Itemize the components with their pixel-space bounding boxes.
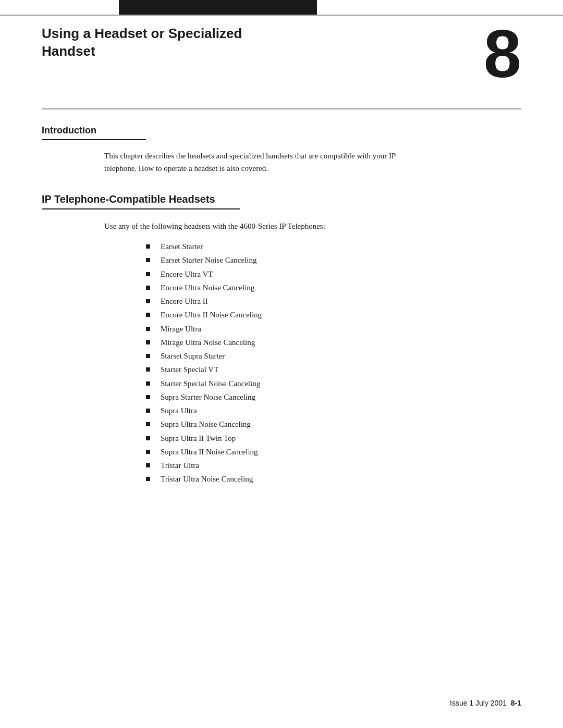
list-item: Encore Ultra Noise Canceling	[146, 281, 521, 294]
list-item: Mirage Ultra	[146, 322, 521, 336]
chapter-number: 8	[484, 20, 521, 88]
list-item: Supra Ultra II Noise Canceling	[146, 445, 521, 459]
list-item: Encore Ultra II	[146, 294, 521, 308]
list-item-text: Encore Ultra VT	[161, 267, 213, 281]
list-item-text: Encore Ultra II	[161, 294, 208, 308]
list-item: Supra Ultra II Twin Top	[146, 431, 521, 445]
bullet-icon	[146, 286, 150, 290]
list-item-text: Encore Ultra Noise Canceling	[161, 281, 254, 294]
bullet-icon	[146, 327, 150, 331]
list-item-text: Earset Starter Noise Canceling	[161, 253, 257, 267]
top-black-bar	[119, 0, 317, 15]
footer-issue-text: Issue 1 July 2001	[450, 699, 507, 707]
bullet-icon	[146, 477, 150, 481]
list-item-text: Earset Starter	[161, 240, 203, 253]
bullet-icon	[146, 354, 150, 358]
bullet-icon	[146, 381, 150, 386]
introduction-body: This chapter describes the headsets and …	[104, 150, 417, 175]
bullet-icon	[146, 450, 150, 454]
bullet-icon	[146, 272, 150, 276]
header-section: Using a Headset or Specialized Handset 8	[0, 20, 563, 88]
bullet-icon	[146, 340, 150, 344]
list-item-text: Supra Ultra	[161, 404, 197, 417]
list-item: Tristar Ultra Noise Canceling	[146, 472, 521, 486]
list-item: Tristar Ultra	[146, 459, 521, 472]
bullet-icon	[146, 367, 150, 372]
footer-page-number: 8-1	[511, 699, 521, 707]
list-item: Supra Ultra	[146, 404, 521, 417]
list-item: Starter Special Noise Canceling	[146, 377, 521, 390]
ip-section: IP Telephone-Compatible Headsets Use any…	[0, 175, 563, 486]
list-item: Supra Starter Noise Canceling	[146, 390, 521, 404]
headset-list: Earset StarterEarset Starter Noise Cance…	[146, 240, 521, 486]
list-item: Mirage Ultra Noise Canceling	[146, 336, 521, 349]
title-line2: Handset	[42, 43, 95, 59]
chapter-title: Using a Headset or Specialized Handset	[42, 25, 242, 60]
introduction-heading: Introduction	[42, 125, 521, 136]
page-footer: Issue 1 July 2001 8-1	[450, 699, 521, 707]
list-item-text: Supra Ultra II Twin Top	[161, 431, 236, 445]
list-item: Starset Supra Starter	[146, 349, 521, 363]
bullet-icon	[146, 258, 150, 262]
list-item: Earset Starter Noise Canceling	[146, 253, 521, 267]
page: Using a Headset or Specialized Handset 8…	[0, 0, 563, 728]
bullet-icon	[146, 313, 150, 317]
list-item-text: Tristar Ultra Noise Canceling	[161, 472, 253, 486]
list-item-text: Starset Supra Starter	[161, 349, 225, 363]
list-item-text: Supra Ultra II Noise Canceling	[161, 445, 258, 459]
bullet-icon	[146, 244, 150, 249]
introduction-section: Introduction This chapter describes the …	[0, 109, 563, 175]
list-item-text: Supra Ultra Noise Canceling	[161, 417, 251, 431]
list-item-text: Mirage Ultra Noise Canceling	[161, 336, 255, 349]
title-line1: Using a Headset or Specialized	[42, 26, 242, 41]
bullet-icon	[146, 395, 150, 399]
list-item-text: Encore Ultra II Noise Canceling	[161, 308, 262, 322]
list-item: Earset Starter	[146, 240, 521, 253]
ip-section-heading: IP Telephone-Compatible Headsets	[42, 193, 521, 205]
list-item-text: Starter Special VT	[161, 363, 218, 376]
top-decorative-line	[0, 15, 563, 16]
list-item: Encore Ultra II Noise Canceling	[146, 308, 521, 322]
bullet-icon	[146, 463, 150, 467]
ip-section-heading-underline	[42, 208, 240, 209]
bullet-icon	[146, 299, 150, 303]
list-item: Encore Ultra VT	[146, 267, 521, 281]
bullet-icon	[146, 436, 150, 440]
list-intro: Use any of the following headsets with t…	[104, 220, 521, 232]
list-item: Starter Special VT	[146, 363, 521, 376]
bullet-icon	[146, 422, 150, 426]
list-item: Supra Ultra Noise Canceling	[146, 417, 521, 431]
list-item-text: Starter Special Noise Canceling	[161, 377, 260, 390]
top-bar-container	[0, 0, 563, 15]
bullet-icon	[146, 409, 150, 413]
introduction-heading-underline	[42, 139, 146, 140]
list-item-text: Tristar Ultra	[161, 459, 199, 472]
list-item-text: Supra Starter Noise Canceling	[161, 390, 255, 404]
list-item-text: Mirage Ultra	[161, 322, 201, 336]
